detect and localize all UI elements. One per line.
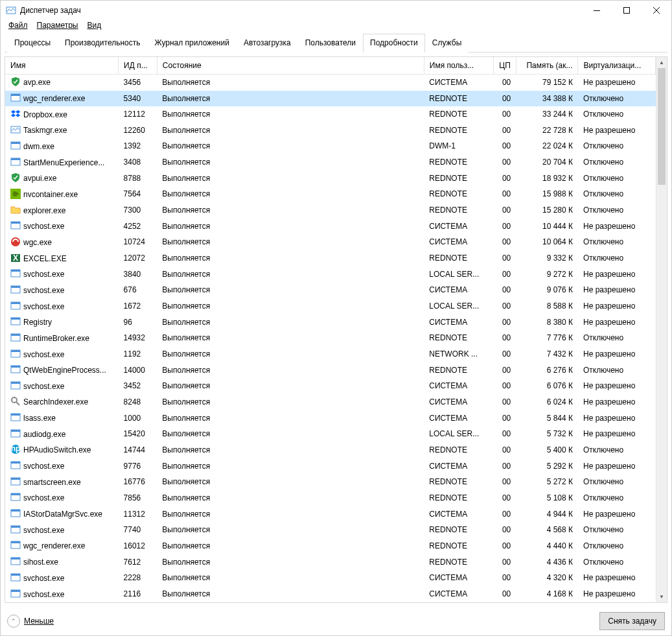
search-icon — [10, 396, 21, 406]
cell-memory: 20 704 К — [516, 154, 578, 171]
minimize-button[interactable] — [582, 1, 612, 20]
table-row[interactable]: smartscreen.exe16776ВыполняетсяREDNOTE00… — [5, 474, 656, 490]
table-row[interactable]: wgc.exe10724ВыполняетсяСИСТЕМА0010 064 К… — [5, 235, 656, 251]
tab-processes[interactable]: Процессы — [7, 34, 58, 53]
menu-file[interactable]: Файл — [5, 19, 32, 31]
fewer-details-toggle[interactable]: ⌃ Меньше — [7, 615, 54, 628]
table-row[interactable]: wgc_renderer.exe5340ВыполняетсяREDNOTE00… — [5, 91, 656, 107]
close-icon — [653, 7, 660, 14]
table-row[interactable]: avp.exe3456ВыполняетсяСИСТЕМА0079 152 КН… — [5, 75, 656, 91]
tab-users[interactable]: Пользователи — [298, 34, 363, 53]
cell-pid: 10724 — [119, 235, 157, 251]
cell-user: REDNOTE — [424, 442, 493, 458]
svg-rect-40 — [11, 462, 20, 464]
cell-pid: 14932 — [119, 331, 157, 347]
end-task-button[interactable]: Снять задачу — [599, 612, 665, 630]
cell-memory: 4 568 К — [516, 522, 578, 538]
table-row[interactable]: IAStorDataMgrSvc.exe11312ВыполняетсяСИСТ… — [5, 506, 656, 523]
col-header-user[interactable]: Имя польз... — [424, 57, 493, 75]
menubar: Файл Параметры Вид — [1, 20, 671, 33]
menu-options[interactable]: Параметры — [33, 19, 82, 31]
table-row[interactable]: Dropbox.exe12112ВыполняетсяREDNOTE0033 2… — [5, 106, 656, 123]
app-blue-icon — [10, 429, 21, 439]
cell-pid: 4252 — [119, 218, 157, 235]
cell-name: svchost.exe — [5, 586, 119, 602]
titlebar[interactable]: Диспетчер задач — [1, 1, 671, 20]
tab-details[interactable]: Подробности — [363, 34, 425, 53]
table-row[interactable]: svchost.exe9776ВыполняетсяСИСТЕМА005 292… — [5, 458, 656, 475]
table-row[interactable]: avpui.exe8788ВыполняетсяREDNOTE0018 932 … — [5, 171, 656, 187]
table-row[interactable]: nvcontainer.exe7564ВыполняетсяREDNOTE001… — [5, 187, 656, 203]
cell-name: dwm.exe — [5, 139, 119, 155]
cell-memory: 5 292 К — [516, 458, 578, 475]
table-row[interactable]: dwm.exe1392ВыполняетсяDWM-10022 024 КОтк… — [5, 139, 656, 155]
col-header-virt[interactable]: Виртуализаци... — [578, 57, 656, 75]
svg-rect-17 — [11, 270, 20, 272]
details-content: Имя ИД п... Состояние Имя польз... ЦП Па… — [5, 56, 667, 603]
cell-user: REDNOTE — [424, 362, 493, 379]
cell-name: sihost.exe — [5, 554, 119, 571]
table-row[interactable]: Registry96ВыполняетсяСИСТЕМА008 380 КНе … — [5, 314, 656, 331]
table-row[interactable]: StartMenuExperience...3408ВыполняетсяRED… — [5, 154, 656, 171]
cell-memory: 4 436 К — [516, 554, 578, 571]
table-row[interactable]: svchost.exe1672ВыполняетсяLOCAL SER...00… — [5, 298, 656, 314]
table-row[interactable]: svchost.exe1192ВыполняетсяNETWORK ...007… — [5, 346, 656, 362]
menu-view[interactable]: Вид — [83, 19, 105, 31]
cell-memory: 4 944 К — [516, 506, 578, 523]
table-row[interactable]: svchost.exe3452ВыполняетсяСИСТЕМА006 076… — [5, 378, 656, 394]
tab-services[interactable]: Службы — [425, 34, 469, 53]
svg-rect-25 — [11, 334, 20, 336]
table-row[interactable]: RuntimeBroker.exe14932ВыполняетсяREDNOTE… — [5, 331, 656, 347]
table-row[interactable]: svchost.exe2228ВыполняетсяСИСТЕМА004 320… — [5, 570, 656, 586]
table-row[interactable]: XEXCEL.EXE12072ВыполняетсяREDNOTE009 332… — [5, 250, 656, 266]
col-header-memory[interactable]: Память (ак... — [516, 57, 578, 75]
table-row[interactable]: svchost.exe2116ВыполняетсяСИСТЕМА004 168… — [5, 586, 656, 602]
cell-pid: 7612 — [119, 554, 157, 571]
cell-user: REDNOTE — [424, 123, 493, 139]
cell-status: Выполняется — [157, 586, 424, 602]
cell-status: Выполняется — [157, 139, 424, 155]
cell-name: svchost.exe — [5, 283, 119, 299]
cell-cpu: 00 — [494, 91, 516, 107]
app-blue-icon — [10, 93, 21, 103]
svg-rect-7 — [11, 142, 20, 144]
table-row[interactable]: explorer.exe7300ВыполняетсяREDNOTE0015 2… — [5, 202, 656, 218]
cell-memory: 4 168 К — [516, 586, 578, 602]
cell-status: Выполняется — [157, 171, 424, 187]
vertical-scrollbar[interactable]: ▲ ▼ — [656, 57, 667, 602]
table-row[interactable]: svchost.exe3840ВыполняетсяLOCAL SER...00… — [5, 266, 656, 283]
table-row[interactable]: wgc_renderer.exe16012ВыполняетсяREDNOTE0… — [5, 538, 656, 554]
table-row[interactable]: hpHPAudioSwitch.exe14744ВыполняетсяREDNO… — [5, 442, 656, 458]
close-button[interactable] — [642, 1, 671, 20]
col-header-pid[interactable]: ИД п... — [119, 57, 157, 75]
cell-status: Выполняется — [157, 314, 424, 331]
tab-startup[interactable]: Автозагрузка — [237, 34, 298, 53]
cell-user: REDNOTE — [424, 91, 493, 107]
table-row[interactable]: SearchIndexer.exe8248ВыполняетсяСИСТЕМА0… — [5, 394, 656, 410]
table-row[interactable]: QtWebEngineProcess...14000ВыполняетсяRED… — [5, 362, 656, 379]
table-row[interactable]: sihost.exe7612ВыполняетсяREDNOTE004 436 … — [5, 554, 656, 571]
app-blue-icon — [10, 285, 21, 295]
table-row[interactable]: Taskmgr.exe12260ВыполняетсяREDNOTE0022 7… — [5, 123, 656, 139]
table-row[interactable]: svchost.exe676ВыполняетсяСИСТЕМА009 076 … — [5, 283, 656, 299]
maximize-button[interactable] — [612, 1, 642, 20]
cell-virt: Не разрешено — [578, 426, 656, 442]
cell-memory: 22 024 К — [516, 139, 578, 155]
table-row[interactable]: svchost.exe7740ВыполняетсяREDNOTE004 568… — [5, 522, 656, 538]
table-row[interactable]: audiodg.exe15420ВыполняетсяLOCAL SER...0… — [5, 426, 656, 442]
scroll-thumb[interactable] — [658, 68, 666, 185]
table-row[interactable]: lsass.exe1000ВыполняетсяСИСТЕМА005 844 К… — [5, 410, 656, 427]
cell-memory: 5 844 К — [516, 410, 578, 427]
process-table[interactable]: Имя ИД п... Состояние Имя польз... ЦП Па… — [5, 57, 656, 602]
table-row[interactable]: svchost.exe7856ВыполняетсяREDNOTE005 108… — [5, 490, 656, 506]
scroll-down-icon[interactable]: ▼ — [656, 591, 667, 602]
tab-apphistory[interactable]: Журнал приложений — [148, 34, 237, 53]
table-row[interactable]: svchost.exe4252ВыполняетсяСИСТЕМА0010 44… — [5, 218, 656, 235]
scroll-up-icon[interactable]: ▲ — [656, 57, 667, 68]
col-header-name[interactable]: Имя — [5, 57, 119, 75]
tab-performance[interactable]: Производительность — [58, 34, 147, 53]
cell-pid: 16012 — [119, 538, 157, 554]
col-header-cpu[interactable]: ЦП — [494, 57, 516, 75]
cell-cpu: 00 — [494, 106, 516, 123]
col-header-status[interactable]: Состояние — [157, 57, 424, 75]
